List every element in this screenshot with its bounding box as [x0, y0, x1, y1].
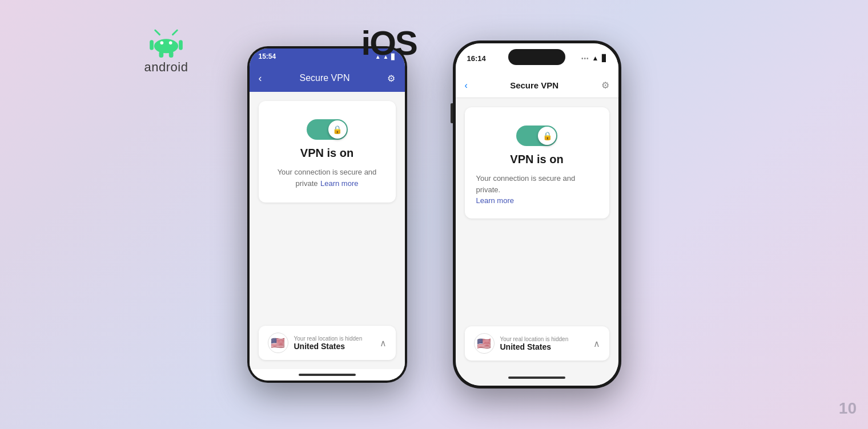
- android-time: 15:54: [259, 52, 276, 60]
- svg-rect-8: [169, 51, 174, 58]
- android-lock-icon: 🔒: [332, 125, 342, 134]
- android-vpn-toggle[interactable]: 🔒: [307, 119, 348, 140]
- android-logo-icon: [149, 29, 183, 58]
- android-location-card[interactable]: 🇺🇸 Your real location is hidden United S…: [259, 326, 396, 360]
- ios-location-hidden: Your real location is hidden: [500, 336, 588, 342]
- ios-flag-icon: 🇺🇸: [474, 333, 495, 354]
- ios-location-country: United States: [500, 342, 588, 351]
- ios-location-info: Your real location is hidden United Stat…: [500, 336, 588, 351]
- ios-home-bar: [456, 370, 618, 386]
- android-phone: 15:54 ▲ ▲ ▊ ‹ Secure VPN ⚙: [247, 46, 407, 383]
- ios-time: 16:14: [467, 54, 486, 63]
- android-app-title: Secure VPN: [299, 73, 349, 83]
- android-flag-icon: 🇺🇸: [268, 333, 288, 353]
- android-chevron-up-icon: ∧: [380, 338, 387, 349]
- ios-location-card[interactable]: 🇺🇸 Your real location is hidden United S…: [465, 326, 609, 361]
- ios-signal-dots-icon: •••: [581, 55, 589, 62]
- ios-label: iOS: [361, 23, 417, 63]
- android-location-info: Your real location is hidden United Stat…: [294, 335, 374, 351]
- ios-battery-icon: ▊: [602, 54, 607, 62]
- main-scene: android 15:54 ▲ ▲ ▊ ‹ Secure VPN ⚙: [0, 0, 868, 429]
- android-settings-icon[interactable]: ⚙: [387, 73, 395, 84]
- ios-settings-icon[interactable]: ⚙: [601, 80, 609, 91]
- svg-rect-7: [159, 51, 163, 58]
- svg-line-0: [155, 30, 160, 35]
- android-content: 🔒 VPN is on Your connection is secure an…: [250, 92, 405, 369]
- ios-screen: 16:14 ••• ▲ ▊ ‹ Secure VPN ⚙: [456, 43, 618, 386]
- android-text-label: android: [144, 60, 188, 75]
- android-vpn-card: 🔒 VPN is on Your connection is secure an…: [259, 101, 396, 203]
- watermark: 10: [839, 399, 857, 418]
- android-back-button[interactable]: ‹: [259, 72, 262, 84]
- svg-line-1: [172, 30, 177, 35]
- android-app-bar: ‹ Secure VPN ⚙: [250, 64, 405, 92]
- ios-status-bar: 16:14 ••• ▲ ▊: [456, 43, 618, 73]
- android-learn-more-link[interactable]: Learn more: [320, 179, 358, 188]
- ios-vpn-toggle[interactable]: 🔒: [516, 126, 557, 146]
- android-location-country: United States: [294, 342, 374, 351]
- ios-status-icons: ••• ▲ ▊: [581, 54, 606, 62]
- svg-rect-6: [179, 40, 183, 50]
- ios-chevron-up-icon: ∧: [593, 338, 600, 349]
- android-location-hidden: Your real location is hidden: [294, 335, 374, 342]
- ios-home-indicator: [508, 377, 565, 379]
- ios-content: 🔒 VPN is on Your connection is secure an…: [456, 98, 618, 370]
- ios-dynamic-island: [508, 49, 565, 65]
- android-home-indicator: [299, 374, 356, 376]
- android-toggle-thumb: 🔒: [328, 120, 347, 139]
- ios-wifi-icon: ▲: [592, 54, 599, 62]
- ios-back-button[interactable]: ‹: [465, 80, 468, 91]
- ios-learn-more-link[interactable]: Learn more: [476, 196, 598, 205]
- ios-vpn-desc-text: Your connection is secure and private.: [476, 173, 598, 195]
- svg-rect-2: [154, 39, 178, 53]
- android-label-group: android: [144, 29, 188, 75]
- ios-section: iOS 16:14 ••• ▲ ▊ ‹ Secure VPN: [453, 41, 621, 388]
- android-vpn-description: Your connection is secure and private Le…: [270, 167, 384, 189]
- android-section: android 15:54 ▲ ▲ ▊ ‹ Secure VPN ⚙: [247, 46, 407, 383]
- svg-point-3: [160, 41, 163, 44]
- android-screen: 15:54 ▲ ▲ ▊ ‹ Secure VPN ⚙: [250, 48, 405, 381]
- ios-toggle-thumb: 🔒: [538, 127, 556, 145]
- ios-vpn-card: 🔒 VPN is on Your connection is secure an…: [465, 107, 609, 218]
- ios-phone: 16:14 ••• ▲ ▊ ‹ Secure VPN ⚙: [453, 41, 621, 388]
- ios-app-bar: ‹ Secure VPN ⚙: [456, 73, 618, 98]
- android-home-bar: [250, 369, 405, 381]
- svg-point-4: [169, 41, 172, 44]
- android-vpn-status: VPN is on: [300, 147, 353, 160]
- ios-vpn-status: VPN is on: [510, 153, 563, 166]
- svg-rect-5: [150, 40, 154, 50]
- ios-app-title: Secure VPN: [510, 80, 558, 90]
- ios-vpn-description: Your connection is secure and private. L…: [476, 173, 598, 205]
- ios-lock-icon: 🔒: [542, 131, 552, 140]
